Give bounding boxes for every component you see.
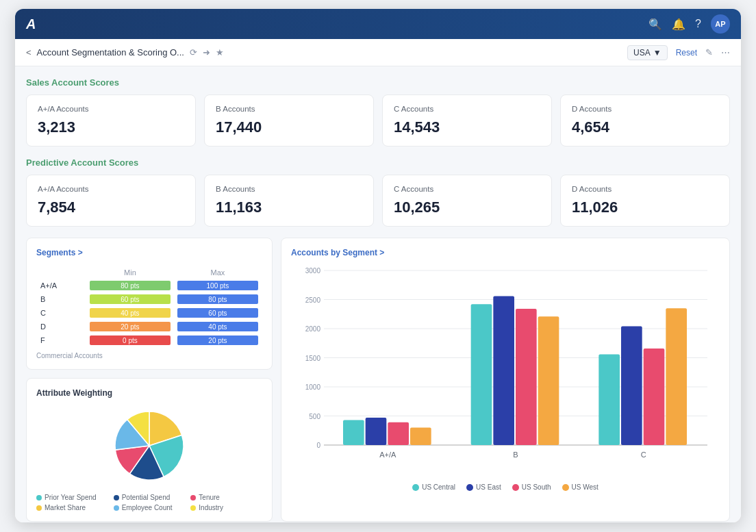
segments-card: Segments > Min Max A+/A 80 pts 100 pts xyxy=(26,238,273,370)
score-card: B Accounts 11,163 xyxy=(204,175,374,227)
app-logo: A xyxy=(26,16,36,32)
chart-legend-dot xyxy=(466,484,473,491)
chevron-down-icon: ▼ xyxy=(653,48,662,58)
table-row: C 40 pts 60 pts xyxy=(38,307,261,319)
predictive-cards-grid: A+/A Accounts 7,854 B Accounts 11,163 C … xyxy=(26,175,730,227)
score-card-label: B Accounts xyxy=(216,105,362,113)
score-card-value: 10,265 xyxy=(394,199,540,216)
table-row: A+/A 80 pts 100 pts xyxy=(38,279,261,292)
x-label: A+/A xyxy=(379,451,396,459)
score-card-value: 7,854 xyxy=(38,199,184,216)
bar xyxy=(644,349,665,445)
bar xyxy=(598,354,620,445)
seg-max-bar: 100 pts xyxy=(175,279,261,292)
score-card: D Accounts 11,026 xyxy=(560,175,730,227)
seg-col-label xyxy=(38,267,86,278)
share-icon[interactable]: ➜ xyxy=(203,47,210,58)
chart-legend-dot xyxy=(412,484,419,491)
region-selector[interactable]: USA ▼ xyxy=(627,45,668,60)
segments-footer: Commercial Accounts xyxy=(36,352,262,359)
seg-min-bar: 0 pts xyxy=(87,334,173,346)
bar xyxy=(516,309,537,445)
pie-chart xyxy=(36,405,262,487)
bar xyxy=(471,304,492,445)
more-options-icon[interactable]: ⋯ xyxy=(721,47,730,58)
region-label: USA xyxy=(633,48,651,58)
score-card-label: D Accounts xyxy=(572,105,718,113)
seg-max-bar: 80 pts xyxy=(175,293,261,305)
score-card-label: D Accounts xyxy=(572,185,718,193)
bar xyxy=(493,296,514,445)
legend-label: Employee Count xyxy=(122,504,173,511)
chart-legend-label: US South xyxy=(522,483,551,491)
page-title: Account Segmentation & Scoring O... xyxy=(37,47,184,58)
y-label: 1000 xyxy=(305,383,321,391)
seg-label: D xyxy=(38,320,86,333)
score-card-value: 4,654 xyxy=(572,118,718,136)
refresh-icon[interactable]: ⟳ xyxy=(190,47,197,58)
y-label: 500 xyxy=(309,413,320,420)
legend-item: Tenure xyxy=(190,494,262,501)
chart-area: 050010001500200025003000A+/ABC xyxy=(291,260,720,479)
y-label: 2500 xyxy=(305,296,321,304)
seg-col-min: Min xyxy=(87,267,173,278)
attribute-weighting-card: Attribute Weighting Prior Year Spend Pot… xyxy=(26,378,273,522)
score-card-label: C Accounts xyxy=(394,105,540,113)
breadcrumb-bar: < Account Segmentation & Scoring O... ⟳ … xyxy=(15,39,741,66)
legend-dot xyxy=(114,505,119,511)
edit-icon[interactable]: ✎ xyxy=(705,47,713,58)
score-card: A+/A Accounts 3,213 xyxy=(26,94,196,147)
seg-max-bar: 60 pts xyxy=(175,307,261,319)
bar-chart-svg: 050010001500200025003000A+/ABC xyxy=(291,260,720,479)
topbar: A 🔍 🔔 ? AP xyxy=(15,9,741,39)
seg-max-bar: 20 pts xyxy=(175,334,261,346)
y-label: 1500 xyxy=(305,355,321,362)
score-card-label: A+/A Accounts xyxy=(38,185,184,193)
chart-legend-item: US East xyxy=(466,483,501,491)
legend-item: Employee Count xyxy=(114,504,186,511)
bar xyxy=(366,418,387,445)
seg-min-bar: 40 pts xyxy=(87,307,173,319)
score-card-value: 11,026 xyxy=(572,199,718,216)
predictive-section-header: Predictive Account Scores xyxy=(26,157,730,168)
segments-table: Min Max A+/A 80 pts 100 pts B 60 pts 80 … xyxy=(36,266,262,348)
attr-weighting-title: Attribute Weighting xyxy=(36,388,262,398)
segments-title[interactable]: Segments > xyxy=(36,248,262,257)
score-card-label: B Accounts xyxy=(216,185,362,193)
legend-label: Market Share xyxy=(45,504,86,511)
score-card-value: 17,440 xyxy=(216,118,362,136)
bell-icon[interactable]: 🔔 xyxy=(672,18,685,31)
back-button[interactable]: < xyxy=(26,47,32,58)
legend-item: Prior Year Spend xyxy=(36,494,108,501)
legend-grid: Prior Year Spend Potential Spend Tenure … xyxy=(36,494,262,511)
star-icon[interactable]: ★ xyxy=(216,47,224,58)
sales-section-header: Sales Account Scores xyxy=(26,77,730,88)
topbar-icons: 🔍 🔔 ? AP xyxy=(648,14,730,34)
legend-label: Prior Year Spend xyxy=(45,494,97,501)
legend-label: Industry xyxy=(199,504,223,511)
legend-label: Potential Spend xyxy=(122,494,171,501)
chart-legend-label: US East xyxy=(476,483,501,491)
score-card-value: 14,543 xyxy=(394,118,540,136)
search-icon[interactable]: 🔍 xyxy=(648,18,662,31)
score-card: B Accounts 17,440 xyxy=(204,94,374,147)
score-card: C Accounts 14,543 xyxy=(382,94,552,147)
chart-panel: Accounts by Segment > 050010001500200025… xyxy=(281,238,730,522)
table-row: F 0 pts 20 pts xyxy=(38,334,261,346)
seg-col-max: Max xyxy=(175,267,261,278)
help-icon[interactable]: ? xyxy=(695,18,701,30)
score-card-value: 11,163 xyxy=(216,199,362,216)
avatar[interactable]: AP xyxy=(711,14,730,34)
table-row: B 60 pts 80 pts xyxy=(38,293,261,305)
reset-button[interactable]: Reset xyxy=(676,48,697,58)
bar xyxy=(538,316,559,445)
legend-dot xyxy=(36,505,42,511)
bar xyxy=(388,422,409,445)
bar xyxy=(666,308,687,445)
left-panel: Segments > Min Max A+/A 80 pts 100 pts xyxy=(26,238,273,522)
bottom-panels: Segments > Min Max A+/A 80 pts 100 pts xyxy=(26,238,730,522)
chart-title[interactable]: Accounts by Segment > xyxy=(291,248,720,257)
score-card: A+/A Accounts 7,854 xyxy=(26,175,196,227)
chart-legend-item: US Central xyxy=(412,483,455,491)
seg-label: C xyxy=(38,307,86,319)
